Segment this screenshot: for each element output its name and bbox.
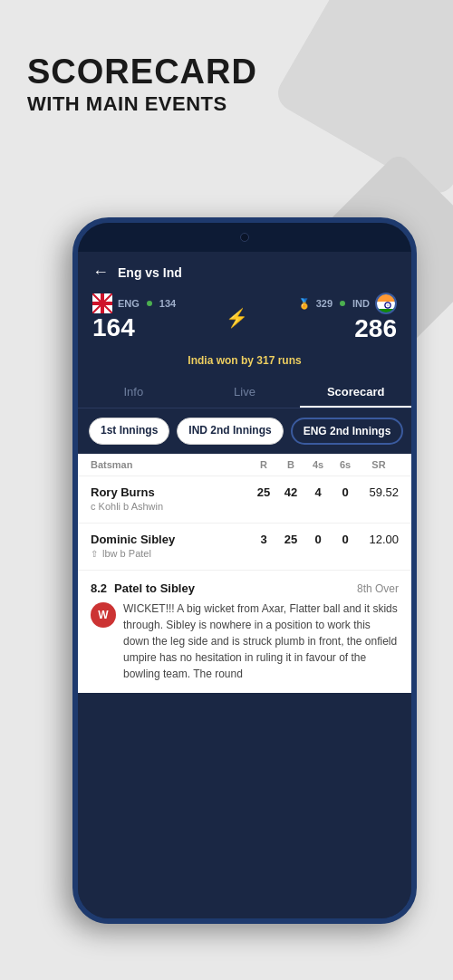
phone-notch [78,223,411,252]
batsman-sr-0: 59.52 [359,485,399,499]
tab-info[interactable]: Info [78,376,189,408]
team2-main-score: 286 [354,314,397,343]
svg-rect-5 [377,294,397,302]
innings-tabs: 1st Innings IND 2nd Innings ENG 2nd Inni… [78,408,411,454]
col-b-header: B [277,459,304,470]
col-6s-header: 6s [332,459,359,470]
phone-screen: ← Eng vs Ind ENG 134 [78,252,411,918]
col-r-header: R [250,459,277,470]
top-bar: ← Eng vs Ind [78,252,411,289]
batsman-b-0: 42 [277,485,304,499]
tab-scorecard[interactable]: Scorecard [300,376,411,408]
innings-tab-2[interactable]: IND 2nd Innings [177,418,283,445]
team2-name: IND [352,298,370,309]
phone-frame: ← Eng vs Ind ENG 134 [72,217,417,924]
batsman-dismiss-0: c Kohli b Ashwin [91,499,399,519]
batsman-4s-1: 0 [304,533,332,546]
header-section: SCORECARD WITH MAIN EVENTS [27,54,257,116]
phone-camera [240,233,249,242]
ind-flag-icon [375,293,397,314]
team2-score-sub: 329 [316,298,333,309]
event-card: 8.2 Patel to Sibley 8th Over W WICKET!!!… [78,571,411,693]
page-title: SCORECARD [27,54,257,89]
batsman-name-0: Rory Burns [91,485,250,499]
batsman-row-1: Dominic Sibley 3 25 0 0 12.00 ⇧ lbw b Pa… [78,524,411,571]
team1-dot [147,301,152,306]
batsman-b-1: 25 [277,533,304,546]
event-badge: W [91,602,116,628]
team2-score: 🏅 329 IND [298,293,397,343]
team2-dot [340,301,345,306]
batsman-6s-1: 0 [332,533,359,546]
innings-tab-3[interactable]: ENG 2nd Innings [291,418,404,445]
innings-tab-1[interactable]: 1st Innings [89,418,169,445]
batsman-sr-1: 12.00 [359,533,399,546]
score-section: ENG 134 164 ⚡ 🏅 329 IND [78,289,411,351]
team1-header: ENG 134 [92,293,176,313]
back-button[interactable]: ← [92,263,109,282]
team1-name: ENG [118,298,140,309]
event-over-label: 8th Over [357,582,399,595]
batsman-dismiss-1: ⇧ lbw b Patel [91,546,399,566]
main-tabs: Info Live Scorecard [78,376,411,408]
event-description: Patel to Sibley [114,581,195,595]
eng-flag-icon [92,293,112,313]
team1-score-sub: 134 [159,298,176,309]
event-card-header: 8.2 Patel to Sibley 8th Over [91,581,399,595]
team2-header: 🏅 329 IND [298,293,397,314]
scorecard-table: Batsman R B 4s 6s SR Rory Burns 25 42 4 … [78,454,411,693]
batsman-6s-0: 0 [332,485,359,499]
vs-icon: ⚡ [226,307,248,329]
batsman-row-0: Rory Burns 25 42 4 0 59.52 c Kohli b Ash… [78,476,411,524]
batsman-4s-0: 4 [304,485,332,499]
tab-live[interactable]: Live [189,376,301,408]
team1-score: ENG 134 164 [92,293,176,342]
batsman-name-1: Dominic Sibley [91,533,250,546]
match-title: Eng vs Ind [118,265,182,280]
col-batsman-header: Batsman [91,459,250,470]
svg-point-10 [387,304,388,305]
team1-main-score: 164 [92,313,176,342]
event-over-info: 8.2 Patel to Sibley [91,581,195,595]
batsman-r-0: 25 [250,485,277,499]
col-4s-header: 4s [304,459,332,470]
event-body: W WICKET!!! A big wicket from Axar, Flat… [91,600,399,682]
bg-shape-1 [272,0,453,199]
event-text: WICKET!!! A big wicket from Axar, Flatte… [123,600,399,682]
page-subtitle: WITH MAIN EVENTS [27,92,257,116]
event-ball: 8.2 [91,581,107,595]
batsman-r-1: 3 [250,533,277,546]
table-header: Batsman R B 4s 6s SR [78,454,411,476]
result-text: India won by 317 runs [78,351,411,376]
col-sr-header: SR [359,459,399,470]
